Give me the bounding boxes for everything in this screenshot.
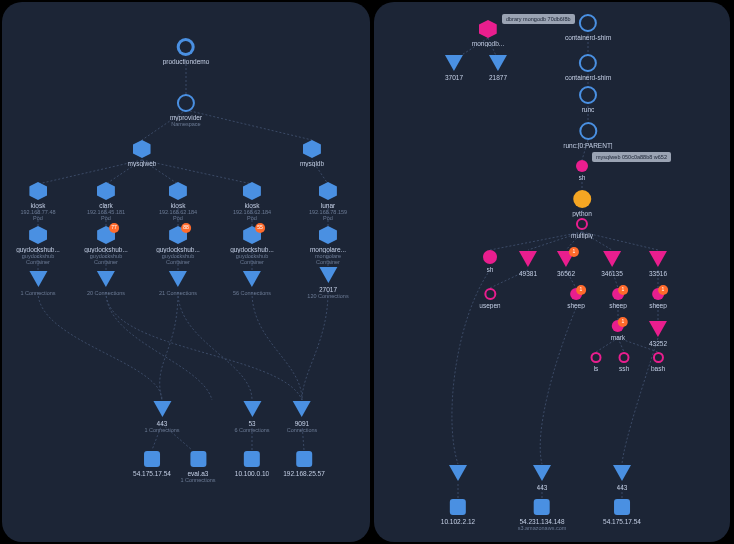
container-node[interactable]: 88 guydockshub... guydockshub Container xyxy=(156,226,200,265)
process-sheep[interactable]: 1 sheep xyxy=(649,288,667,309)
funnel-icon xyxy=(533,464,551,482)
container-node[interactable]: 55 guydockshub... guydockshub Container xyxy=(230,226,274,265)
funnel-icon xyxy=(613,464,631,482)
endpoint-node[interactable]: 54.175.17.54 xyxy=(603,498,641,525)
host-icon xyxy=(613,498,631,516)
port-node[interactable]: 443 xyxy=(613,464,631,491)
process-containerd-shim[interactable]: containerd-shim xyxy=(565,54,611,81)
port-node[interactable]: 43252 xyxy=(649,320,667,347)
funnel-icon xyxy=(153,400,171,418)
process-leaf[interactable]: 33516 xyxy=(649,250,667,277)
host-icon xyxy=(243,450,261,468)
connection-node[interactable]: 20 Connections xyxy=(87,270,125,296)
kubernetes-wheel-icon xyxy=(177,38,195,56)
tooltip-mongodb: dbrary mongodb 70db6f8b xyxy=(502,14,575,24)
endpoint-node[interactable]: eval.a3 1 Connections xyxy=(180,450,215,483)
pod-icon xyxy=(243,182,261,200)
endpoint-node[interactable]: 192.168.25.57 xyxy=(283,450,325,477)
process-icon xyxy=(573,190,591,208)
shield-icon xyxy=(303,140,321,158)
process-icon xyxy=(579,14,597,32)
funnel-icon xyxy=(29,270,47,288)
process-icon: 1 xyxy=(570,288,582,300)
process-leaf[interactable]: 346135 xyxy=(601,250,623,277)
process-icon xyxy=(619,352,630,363)
funnel-icon xyxy=(243,400,261,418)
port-node[interactable]: 53 6 Connections xyxy=(234,400,269,433)
host-icon xyxy=(189,450,207,468)
deployment-mysqldb[interactable]: mysqldb xyxy=(300,140,324,167)
pod-node[interactable]: kiosk 192.168.62.184 Pod xyxy=(233,182,271,221)
endpoint-node[interactable]: 10.102.2.12 xyxy=(441,498,475,525)
namespace-icon xyxy=(177,94,195,112)
endpoint-node[interactable]: 54.175.17.54 xyxy=(133,450,171,477)
funnel-icon xyxy=(97,270,115,288)
process-icon: 1 xyxy=(612,288,624,300)
process-usepen[interactable]: usepen xyxy=(479,288,500,309)
connection-node[interactable]: 1 Connections xyxy=(20,270,55,296)
svg-line-6 xyxy=(142,160,252,184)
topology-right-panel: dbrary mongodb 70db6f8b mysqlweb 050c0a8… xyxy=(374,2,730,542)
port-node[interactable]: 9091 Connections xyxy=(287,400,318,433)
process-icon xyxy=(579,122,597,140)
port-node[interactable] xyxy=(449,464,467,484)
port-node[interactable]: 37017 xyxy=(445,54,463,81)
process-leaf[interactable]: 1 36562 xyxy=(557,250,575,277)
namespace-label: myprovider xyxy=(170,114,202,121)
connection-node[interactable]: 21 Connections xyxy=(159,270,197,296)
port-node[interactable]: 21877 xyxy=(489,54,507,81)
cluster-label: productiondemo xyxy=(163,58,210,65)
alert-badge: 1 xyxy=(569,247,579,257)
process-ssh[interactable]: ssh xyxy=(619,352,630,372)
svg-line-30 xyxy=(490,232,582,250)
process-icon xyxy=(576,160,588,172)
host-icon xyxy=(449,498,467,516)
pod-node[interactable]: lunar 192.168.78.159 Pod xyxy=(309,182,347,221)
host-icon xyxy=(533,498,551,516)
pod-icon xyxy=(29,182,47,200)
container-node[interactable]: mongolare... mongolare Container xyxy=(310,226,346,265)
port-node[interactable]: 443 1 Connections xyxy=(144,400,179,433)
alert-badge: 1 xyxy=(576,285,586,295)
topology-left-panel: productiondemo myprovider Namespace mysq… xyxy=(2,2,370,542)
process-mongodb[interactable]: mongodb... xyxy=(472,20,505,47)
connection-node[interactable]: 56 Connections xyxy=(233,270,271,296)
pod-node[interactable]: kiosk 192.168.62.184 Pod xyxy=(159,182,197,221)
pod-node[interactable]: clark 192.168.45.181 Pod xyxy=(87,182,125,221)
process-ls[interactable]: ls xyxy=(591,352,602,372)
process-bash[interactable]: bash xyxy=(651,352,665,372)
shield-icon xyxy=(133,140,151,158)
process-sheep[interactable]: 1 sheep xyxy=(567,288,585,309)
namespace-node[interactable]: myprovider Namespace xyxy=(170,94,202,127)
process-icon: 1 xyxy=(652,288,664,300)
process-leaf[interactable]: sh xyxy=(483,250,497,273)
container-icon: 88 xyxy=(169,226,187,244)
process-icon xyxy=(483,250,497,264)
process-icon xyxy=(579,86,597,104)
process-python[interactable]: python xyxy=(572,190,592,217)
container-node[interactable]: 77 guydockshub... guydockshub Container xyxy=(84,226,128,265)
container-node[interactable]: guydockshub... guydockshub Container xyxy=(16,226,60,265)
port-node[interactable]: 443 xyxy=(533,464,551,491)
svg-line-3 xyxy=(38,160,142,184)
host-icon xyxy=(295,450,313,468)
process-sh[interactable]: sh xyxy=(576,160,588,181)
deployment-mysqlweb[interactable]: mysqlweb xyxy=(128,140,157,167)
process-runc[interactable]: runc xyxy=(579,86,597,113)
endpoint-node[interactable]: 10.100.0.10 xyxy=(235,450,269,477)
container-icon: 55 xyxy=(243,226,261,244)
pod-icon xyxy=(319,182,337,200)
process-runc-parent[interactable]: runc:[0:PARENT] xyxy=(563,122,612,149)
process-sheep[interactable]: 1 sheep xyxy=(609,288,627,309)
process-mark[interactable]: 1 mark xyxy=(611,320,625,341)
tooltip-mysqlweb: mysqlweb 050c0a88b8 w652 xyxy=(592,152,671,162)
process-icon xyxy=(579,54,597,72)
cluster-root[interactable]: productiondemo xyxy=(163,38,210,65)
process-leaf[interactable]: 49381 xyxy=(519,250,537,277)
right-connection-lines xyxy=(374,2,730,542)
connection-node[interactable]: 27017 120 Connections xyxy=(307,266,348,299)
endpoint-node[interactable]: 54.231.134.148 s3.amazonaws.com xyxy=(518,498,567,531)
host-icon xyxy=(143,450,161,468)
process-multiply[interactable]: multiply xyxy=(571,218,593,239)
pod-node[interactable]: kiosk 192.168.77.48 Pod xyxy=(20,182,55,221)
